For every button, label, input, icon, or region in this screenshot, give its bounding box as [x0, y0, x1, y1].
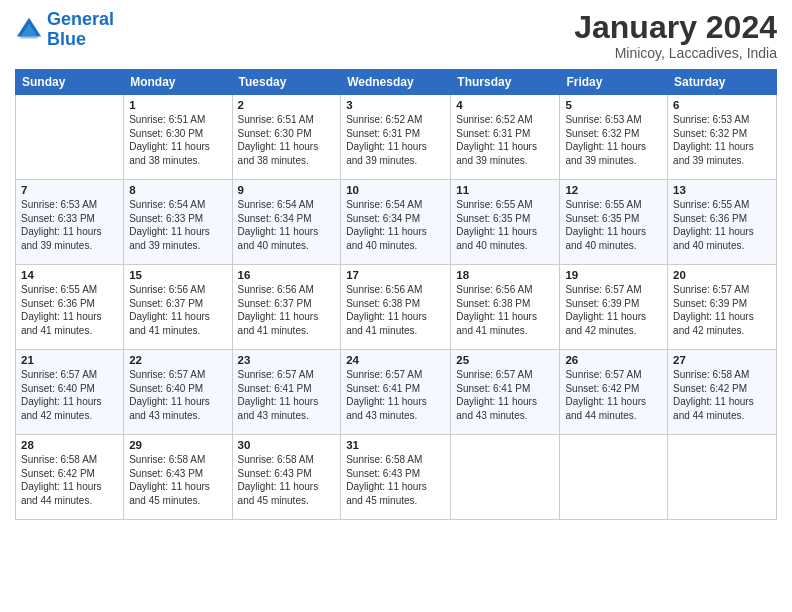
calendar-cell: 4Sunrise: 6:52 AMSunset: 6:31 PMDaylight… [451, 95, 560, 180]
logo-text: General Blue [47, 10, 114, 50]
subtitle: Minicoy, Laccadives, India [574, 45, 777, 61]
header: General Blue January 2024 Minicoy, Lacca… [15, 10, 777, 61]
logo-icon [15, 16, 43, 44]
calendar-cell: 6Sunrise: 6:53 AMSunset: 6:32 PMDaylight… [668, 95, 777, 180]
calendar-cell: 27Sunrise: 6:58 AMSunset: 6:42 PMDayligh… [668, 350, 777, 435]
day-number: 28 [21, 439, 118, 451]
day-number: 14 [21, 269, 118, 281]
day-number: 21 [21, 354, 118, 366]
calendar-cell: 23Sunrise: 6:57 AMSunset: 6:41 PMDayligh… [232, 350, 341, 435]
calendar-cell: 13Sunrise: 6:55 AMSunset: 6:36 PMDayligh… [668, 180, 777, 265]
day-info: Sunrise: 6:57 AMSunset: 6:42 PMDaylight:… [565, 368, 662, 422]
calendar-cell: 1Sunrise: 6:51 AMSunset: 6:30 PMDaylight… [124, 95, 232, 180]
day-info: Sunrise: 6:55 AMSunset: 6:35 PMDaylight:… [565, 198, 662, 252]
day-info: Sunrise: 6:57 AMSunset: 6:41 PMDaylight:… [238, 368, 336, 422]
day-info: Sunrise: 6:56 AMSunset: 6:37 PMDaylight:… [129, 283, 226, 337]
day-info: Sunrise: 6:58 AMSunset: 6:43 PMDaylight:… [129, 453, 226, 507]
calendar-cell: 17Sunrise: 6:56 AMSunset: 6:38 PMDayligh… [341, 265, 451, 350]
day-info: Sunrise: 6:57 AMSunset: 6:40 PMDaylight:… [21, 368, 118, 422]
day-info: Sunrise: 6:57 AMSunset: 6:40 PMDaylight:… [129, 368, 226, 422]
weekday-header-friday: Friday [560, 70, 668, 95]
calendar-cell [560, 435, 668, 520]
day-number: 23 [238, 354, 336, 366]
day-number: 29 [129, 439, 226, 451]
calendar-cell: 7Sunrise: 6:53 AMSunset: 6:33 PMDaylight… [16, 180, 124, 265]
calendar-cell: 25Sunrise: 6:57 AMSunset: 6:41 PMDayligh… [451, 350, 560, 435]
day-info: Sunrise: 6:57 AMSunset: 6:39 PMDaylight:… [673, 283, 771, 337]
day-number: 11 [456, 184, 554, 196]
calendar-table: SundayMondayTuesdayWednesdayThursdayFrid… [15, 69, 777, 520]
calendar-cell: 31Sunrise: 6:58 AMSunset: 6:43 PMDayligh… [341, 435, 451, 520]
day-number: 9 [238, 184, 336, 196]
page: General Blue January 2024 Minicoy, Lacca… [0, 0, 792, 612]
day-number: 16 [238, 269, 336, 281]
day-number: 25 [456, 354, 554, 366]
day-number: 6 [673, 99, 771, 111]
calendar-week-5: 28Sunrise: 6:58 AMSunset: 6:42 PMDayligh… [16, 435, 777, 520]
calendar-cell: 15Sunrise: 6:56 AMSunset: 6:37 PMDayligh… [124, 265, 232, 350]
day-number: 8 [129, 184, 226, 196]
calendar-cell: 9Sunrise: 6:54 AMSunset: 6:34 PMDaylight… [232, 180, 341, 265]
calendar-cell: 2Sunrise: 6:51 AMSunset: 6:30 PMDaylight… [232, 95, 341, 180]
day-number: 17 [346, 269, 445, 281]
day-info: Sunrise: 6:57 AMSunset: 6:41 PMDaylight:… [456, 368, 554, 422]
calendar-week-4: 21Sunrise: 6:57 AMSunset: 6:40 PMDayligh… [16, 350, 777, 435]
calendar-header: SundayMondayTuesdayWednesdayThursdayFrid… [16, 70, 777, 95]
day-info: Sunrise: 6:52 AMSunset: 6:31 PMDaylight:… [456, 113, 554, 167]
weekday-header-tuesday: Tuesday [232, 70, 341, 95]
calendar-cell [451, 435, 560, 520]
day-info: Sunrise: 6:58 AMSunset: 6:42 PMDaylight:… [673, 368, 771, 422]
calendar-cell: 24Sunrise: 6:57 AMSunset: 6:41 PMDayligh… [341, 350, 451, 435]
day-number: 20 [673, 269, 771, 281]
day-info: Sunrise: 6:54 AMSunset: 6:34 PMDaylight:… [238, 198, 336, 252]
calendar-week-2: 7Sunrise: 6:53 AMSunset: 6:33 PMDaylight… [16, 180, 777, 265]
day-info: Sunrise: 6:56 AMSunset: 6:38 PMDaylight:… [456, 283, 554, 337]
weekday-header-saturday: Saturday [668, 70, 777, 95]
day-number: 18 [456, 269, 554, 281]
day-info: Sunrise: 6:53 AMSunset: 6:32 PMDaylight:… [673, 113, 771, 167]
logo: General Blue [15, 10, 114, 50]
day-info: Sunrise: 6:54 AMSunset: 6:33 PMDaylight:… [129, 198, 226, 252]
day-info: Sunrise: 6:52 AMSunset: 6:31 PMDaylight:… [346, 113, 445, 167]
calendar-cell: 3Sunrise: 6:52 AMSunset: 6:31 PMDaylight… [341, 95, 451, 180]
day-info: Sunrise: 6:53 AMSunset: 6:32 PMDaylight:… [565, 113, 662, 167]
day-number: 13 [673, 184, 771, 196]
day-number: 31 [346, 439, 445, 451]
day-info: Sunrise: 6:55 AMSunset: 6:36 PMDaylight:… [21, 283, 118, 337]
calendar-week-1: 1Sunrise: 6:51 AMSunset: 6:30 PMDaylight… [16, 95, 777, 180]
main-title: January 2024 [574, 10, 777, 45]
day-info: Sunrise: 6:56 AMSunset: 6:37 PMDaylight:… [238, 283, 336, 337]
calendar-cell: 30Sunrise: 6:58 AMSunset: 6:43 PMDayligh… [232, 435, 341, 520]
calendar-cell: 18Sunrise: 6:56 AMSunset: 6:38 PMDayligh… [451, 265, 560, 350]
day-info: Sunrise: 6:57 AMSunset: 6:39 PMDaylight:… [565, 283, 662, 337]
day-info: Sunrise: 6:58 AMSunset: 6:43 PMDaylight:… [238, 453, 336, 507]
weekday-header-row: SundayMondayTuesdayWednesdayThursdayFrid… [16, 70, 777, 95]
day-number: 30 [238, 439, 336, 451]
calendar-cell: 21Sunrise: 6:57 AMSunset: 6:40 PMDayligh… [16, 350, 124, 435]
calendar-cell: 28Sunrise: 6:58 AMSunset: 6:42 PMDayligh… [16, 435, 124, 520]
day-number: 27 [673, 354, 771, 366]
day-info: Sunrise: 6:55 AMSunset: 6:35 PMDaylight:… [456, 198, 554, 252]
day-number: 3 [346, 99, 445, 111]
day-number: 12 [565, 184, 662, 196]
day-number: 19 [565, 269, 662, 281]
day-number: 24 [346, 354, 445, 366]
calendar-cell: 10Sunrise: 6:54 AMSunset: 6:34 PMDayligh… [341, 180, 451, 265]
day-number: 15 [129, 269, 226, 281]
weekday-header-monday: Monday [124, 70, 232, 95]
day-info: Sunrise: 6:58 AMSunset: 6:42 PMDaylight:… [21, 453, 118, 507]
calendar-cell: 11Sunrise: 6:55 AMSunset: 6:35 PMDayligh… [451, 180, 560, 265]
day-info: Sunrise: 6:51 AMSunset: 6:30 PMDaylight:… [238, 113, 336, 167]
calendar-cell: 14Sunrise: 6:55 AMSunset: 6:36 PMDayligh… [16, 265, 124, 350]
day-info: Sunrise: 6:58 AMSunset: 6:43 PMDaylight:… [346, 453, 445, 507]
logo-line1: General [47, 9, 114, 29]
day-number: 10 [346, 184, 445, 196]
day-number: 4 [456, 99, 554, 111]
calendar-body: 1Sunrise: 6:51 AMSunset: 6:30 PMDaylight… [16, 95, 777, 520]
day-number: 2 [238, 99, 336, 111]
calendar-cell: 16Sunrise: 6:56 AMSunset: 6:37 PMDayligh… [232, 265, 341, 350]
weekday-header-thursday: Thursday [451, 70, 560, 95]
day-number: 5 [565, 99, 662, 111]
calendar-cell: 8Sunrise: 6:54 AMSunset: 6:33 PMDaylight… [124, 180, 232, 265]
calendar-cell [668, 435, 777, 520]
